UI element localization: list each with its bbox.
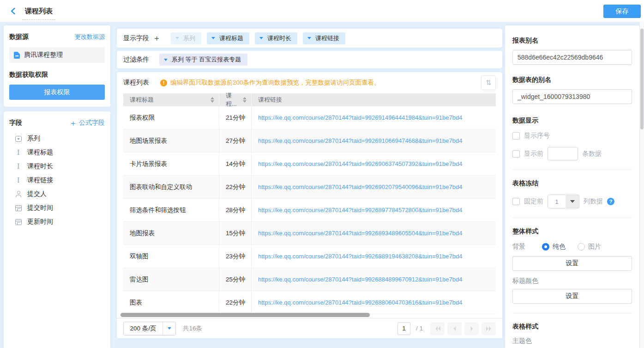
- sort-icon: [211, 97, 214, 103]
- table-row: 图表 22分钟 https://ke.qq.com/course/2870144…: [123, 291, 496, 314]
- filter-label: 过滤条件: [123, 55, 149, 64]
- display-field-chip[interactable]: 课程链接: [303, 32, 345, 44]
- course-link[interactable]: https://ke.qq.com/course/2870144?taid=99…: [258, 253, 462, 260]
- fields-panel: 字段 ＋ 公式字段 系列 课程标题 课程时长 课程链接: [4, 111, 110, 348]
- page-size-select[interactable]: 200 条/页: [123, 322, 176, 336]
- vertical-scrollbar-track[interactable]: [640, 22, 644, 348]
- datasource-title: 数据源: [9, 33, 29, 41]
- field-label: 课程时长: [27, 162, 53, 171]
- cell-course-duration: 22分钟: [219, 176, 252, 198]
- course-table-panel: 课程列表 ! 编辑界面只取数据源前200条作为查询数据预览，完整数据请访问页面查…: [117, 72, 502, 338]
- add-display-field-button[interactable]: ＋: [153, 34, 161, 42]
- display-field-chip[interactable]: 课程标题: [207, 32, 249, 44]
- report-alias-input[interactable]: [512, 50, 632, 65]
- cell-course-title: 地图报表: [123, 222, 219, 244]
- save-button[interactable]: 保存: [603, 5, 641, 18]
- cell-course-duration: 21分钟: [219, 106, 252, 129]
- field-item[interactable]: 系列: [9, 132, 105, 146]
- field-label: 提交人: [27, 190, 47, 198]
- last-page-button[interactable]: [481, 322, 496, 335]
- course-link[interactable]: https://ke.qq.com/course/2870144?taid=99…: [258, 160, 462, 167]
- table-header: 课程标题 课程... 课程链接: [123, 93, 496, 106]
- cell-course-title: 报表权限: [123, 106, 219, 129]
- next-page-button[interactable]: [464, 322, 479, 335]
- course-link[interactable]: https://ke.qq.com/course/2870144?taid=99…: [258, 114, 462, 121]
- horizontal-scrollbar[interactable]: [120, 313, 370, 317]
- bg-image-radio[interactable]: 图片: [578, 243, 601, 251]
- chevron-down-icon: [307, 37, 311, 39]
- chip-label: 系列: [183, 34, 195, 43]
- display-field-chip[interactable]: 系列: [171, 32, 201, 44]
- course-link[interactable]: https://ke.qq.com/course/2870144?taid=99…: [258, 183, 462, 190]
- table-row: 雷达图 25分钟 https://ke.qq.com/course/287014…: [123, 268, 496, 291]
- field-label: 提交时间: [27, 204, 53, 212]
- report-permission-button[interactable]: 报表权限: [9, 85, 105, 100]
- warning-text: 编辑界面只取数据源前200条作为查询数据预览，完整数据请访问页面查看。: [170, 79, 380, 87]
- cell-course-duration: 22分钟: [219, 291, 252, 314]
- course-link[interactable]: https://ke.qq.com/course/2870144?taid=99…: [258, 299, 462, 306]
- page-number-input[interactable]: [397, 322, 410, 335]
- table-body: 报表权限 21分钟 https://ke.qq.com/course/28701…: [123, 106, 496, 314]
- course-link[interactable]: https://ke.qq.com/course/2870144?taid=99…: [258, 207, 462, 214]
- show-index-checkbox[interactable]: [512, 132, 520, 140]
- text-icon: [15, 149, 22, 156]
- freeze-checkbox[interactable]: [512, 198, 520, 205]
- field-item[interactable]: 课程时长: [9, 159, 105, 173]
- chip-label: 课程时长: [267, 34, 291, 43]
- freeze-label: 固定前: [524, 197, 543, 206]
- field-label: 课程链接: [27, 176, 53, 184]
- chip-label: 课程链接: [315, 34, 339, 43]
- double-chevron-right-icon: [486, 326, 492, 331]
- show-first-count-input[interactable]: [548, 147, 578, 160]
- column-header-course-link[interactable]: 课程链接: [252, 93, 496, 106]
- field-item[interactable]: 提交人: [9, 187, 105, 201]
- column-header-course-title[interactable]: 课程标题: [123, 93, 219, 106]
- course-link[interactable]: https://ke.qq.com/course/2870144?taid=99…: [258, 230, 462, 237]
- chevron-down-icon: [175, 37, 179, 39]
- cell-course-duration: 14分钟: [219, 153, 252, 175]
- show-first-checkbox[interactable]: [512, 150, 520, 158]
- datasource-item[interactable]: 腾讯课程整理: [9, 47, 105, 63]
- first-page-button[interactable]: [430, 322, 445, 335]
- chevron-down-icon: [566, 195, 579, 208]
- preview-warning: ! 编辑界面只取数据源前200条作为查询数据预览，完整数据请访问页面查看。: [160, 79, 380, 87]
- table-alias-input[interactable]: [512, 89, 632, 104]
- select-icon: [15, 136, 22, 142]
- pagination-bar: 200 条/页 共16条 / 1: [117, 318, 502, 338]
- field-item[interactable]: 课程标题: [9, 146, 105, 159]
- field-item[interactable]: 课程链接: [9, 173, 105, 187]
- title-color-set-button[interactable]: 设置: [512, 289, 632, 304]
- field-label: 更新时间: [27, 218, 53, 226]
- data-display-title: 数据显示: [512, 116, 632, 125]
- settings-panel: 报表别名 数据表的别名 数据显示 显示序号 显示前 条数据 表格冻结 固定前 1…: [505, 25, 639, 348]
- prev-page-button[interactable]: [447, 322, 462, 335]
- field-item[interactable]: 提交时间: [9, 201, 105, 215]
- chevron-left-icon: [9, 7, 18, 15]
- display-field-chip[interactable]: 课程时长: [255, 32, 297, 44]
- sort-icon: [243, 97, 247, 103]
- cell-course-title: 雷达图: [123, 268, 219, 291]
- table-alias-label: 数据表的别名: [512, 76, 632, 84]
- formula-field-link[interactable]: ＋ 公式字段: [69, 119, 105, 127]
- course-link[interactable]: https://ke.qq.com/course/2870144?taid=99…: [258, 137, 462, 144]
- freeze-title: 表格冻结: [512, 179, 632, 188]
- column-header-course-duration[interactable]: 课程...: [219, 93, 252, 106]
- help-icon[interactable]: ?: [607, 198, 614, 205]
- vertical-scrollbar-thumb[interactable]: [640, 29, 644, 129]
- field-label: 课程标题: [27, 148, 53, 157]
- datasource-panel: 数据源 更改数据源 腾讯课程整理 数据获取权限 报表权限: [4, 25, 110, 107]
- field-item[interactable]: 更新时间: [9, 215, 105, 229]
- divider: [512, 170, 632, 170]
- show-index-label: 显示序号: [524, 132, 550, 140]
- chevron-right-icon: [469, 326, 475, 331]
- background-set-button[interactable]: 设置: [512, 256, 632, 271]
- change-datasource-link[interactable]: 更改数据源: [75, 33, 105, 41]
- filter-chip[interactable]: 系列 等于 百宝云报表专题: [159, 54, 247, 66]
- bg-solid-radio[interactable]: 纯色: [542, 243, 566, 251]
- course-link[interactable]: https://ke.qq.com/course/2870144?taid=99…: [258, 276, 462, 283]
- freeze-column-select[interactable]: 1: [548, 195, 579, 208]
- show-first-suffix: 条数据: [582, 150, 602, 158]
- back-button[interactable]: [6, 4, 20, 18]
- page-total: / 1: [416, 325, 423, 332]
- sort-order-button[interactable]: ⇅: [481, 75, 496, 90]
